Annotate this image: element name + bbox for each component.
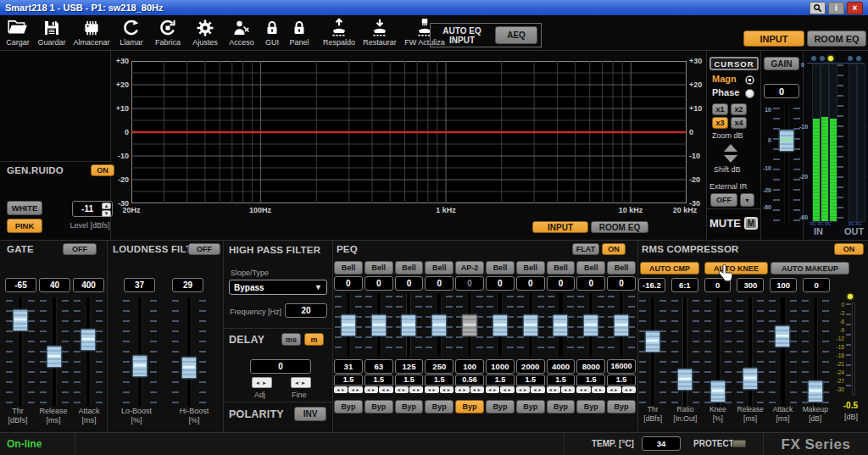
comp-thr-fader[interactable] — [638, 297, 667, 406]
peq-gain-field[interactable]: 0 — [364, 276, 393, 291]
shift-down-button[interactable] — [724, 155, 737, 163]
fader-thumb[interactable] — [522, 314, 538, 336]
peq-bypass-button[interactable]: Byp — [547, 400, 576, 413]
gain-value-field[interactable]: 0 — [764, 84, 799, 98]
peq-q-field[interactable]: 1.5 — [395, 375, 424, 386]
toolbar-item-ajustes[interactable]: Ajustes — [186, 17, 224, 47]
gate-thr-field[interactable]: -65 — [5, 278, 36, 292]
zoom-tool-button[interactable] — [810, 2, 826, 14]
comp-makeup-field[interactable]: 0 — [803, 278, 830, 292]
q-up-spinner[interactable]: ◄► — [561, 386, 575, 393]
q-up-spinner[interactable]: ◄► — [440, 386, 453, 393]
peq-band-fader[interactable] — [364, 293, 393, 356]
fader-thumb[interactable] — [81, 328, 97, 351]
q-down-spinner[interactable]: ◄► — [334, 386, 348, 393]
delay-m-button[interactable]: m — [304, 333, 324, 346]
peq-type-button[interactable]: AP-2 — [455, 261, 484, 275]
toolbar-item-cargar[interactable]: Cargar — [2, 17, 34, 47]
comp-attack-field[interactable]: 100 — [770, 278, 797, 292]
mute-button[interactable]: M — [744, 217, 758, 230]
polarity-inv-button[interactable]: INV — [294, 407, 326, 421]
auto-cmp-button[interactable]: AUTO CMP — [640, 262, 699, 275]
peq-gain-field[interactable]: 0 — [486, 276, 515, 291]
peq-gain-field[interactable]: 0 — [395, 276, 424, 291]
q-down-spinner[interactable]: ◄► — [547, 386, 560, 393]
peq-gain-field[interactable]: 0 — [455, 276, 484, 291]
delay-fine-spinner[interactable]: ◄► — [291, 377, 311, 388]
external-ir-off-button[interactable]: OFF — [710, 193, 737, 207]
noise-level-field[interactable]: -11 ▲ ▼ — [72, 201, 113, 217]
graph-room-eq-button[interactable]: ROOM EQ — [591, 221, 648, 233]
auto-knee-button[interactable]: AUTO KNEE — [704, 262, 768, 275]
peq-type-button[interactable]: Bell — [364, 261, 393, 275]
peq-bypass-button[interactable]: Byp — [516, 400, 545, 413]
fader-thumb[interactable] — [370, 314, 387, 336]
peq-freq-field[interactable]: 31 — [334, 359, 363, 374]
gain-fader[interactable] — [772, 105, 801, 224]
peq-type-button[interactable]: Bell — [547, 261, 576, 275]
zoom-x3-button[interactable]: x3 — [712, 117, 728, 129]
q-up-spinner[interactable]: ◄► — [500, 386, 514, 393]
peq-band-fader[interactable] — [395, 293, 424, 356]
q-up-spinner[interactable]: ◄► — [531, 386, 544, 393]
peq-type-button[interactable]: Bell — [607, 261, 636, 275]
toolbar-item-guardar[interactable]: Guardar — [34, 17, 70, 47]
peq-flat-button[interactable]: FLAT — [572, 243, 599, 255]
peq-type-button[interactable]: Bell — [516, 261, 545, 275]
eq-response-plot[interactable] — [131, 61, 687, 203]
loudness-lo-field[interactable]: 37 — [124, 278, 155, 292]
peq-type-button[interactable]: Bell — [334, 261, 363, 275]
auto-makeup-button[interactable]: AUTO MAKEUP — [771, 262, 849, 275]
gate-release-field[interactable]: 40 — [39, 278, 70, 292]
q-up-spinner[interactable]: ◄► — [622, 386, 636, 393]
fader-thumb[interactable] — [553, 314, 569, 336]
level-down-spinner[interactable]: ▼ — [102, 210, 111, 217]
peq-freq-field[interactable]: 4000 — [547, 359, 576, 374]
phase-radio[interactable] — [745, 89, 754, 98]
peq-freq-field[interactable]: 1000 — [486, 359, 515, 374]
fader-thumb[interactable] — [807, 380, 823, 403]
toolbar-item-panel[interactable]: Panel — [285, 17, 314, 47]
comp-knee-fader[interactable] — [704, 297, 732, 406]
peq-bypass-button[interactable]: Byp — [607, 400, 636, 413]
peq-bypass-button[interactable]: Byp — [486, 400, 515, 413]
fader-thumb[interactable] — [431, 314, 448, 336]
peq-type-button[interactable]: Bell — [425, 261, 453, 275]
delay-ms-button[interactable]: ms — [281, 333, 301, 346]
peq-freq-field[interactable]: 16000 — [607, 359, 636, 374]
peq-bypass-button[interactable]: Byp — [455, 400, 484, 413]
gate-off-button[interactable]: OFF — [63, 243, 97, 255]
peq-gain-field[interactable]: 0 — [334, 276, 363, 291]
peq-gain-field[interactable]: 0 — [576, 276, 605, 291]
q-up-spinner[interactable]: ◄► — [348, 386, 362, 393]
fader-thumb[interactable] — [462, 314, 478, 336]
hpf-freq-field[interactable]: 20 — [285, 303, 327, 318]
toolbar-item-acceso[interactable]: Acceso — [224, 17, 259, 47]
peq-q-field[interactable]: 1.5 — [425, 375, 453, 386]
fader-thumb[interactable] — [614, 314, 630, 336]
peq-gain-field[interactable]: 0 — [516, 276, 545, 291]
peq-band-fader[interactable] — [516, 293, 545, 356]
noise-on-button[interactable]: ON — [91, 164, 114, 176]
peq-gain-field[interactable]: 0 — [547, 276, 576, 291]
fader-thumb[interactable] — [492, 314, 508, 336]
comp-ratio-fader[interactable] — [670, 297, 699, 406]
toolbar-item-gui[interactable]: GUI — [259, 17, 285, 47]
peq-type-button[interactable]: Bell — [486, 261, 515, 275]
peq-freq-field[interactable]: 2000 — [516, 359, 545, 374]
level-up-spinner[interactable]: ▲ — [102, 203, 111, 209]
fader-thumb[interactable] — [132, 354, 148, 377]
peq-gain-field[interactable]: 0 — [425, 276, 453, 291]
q-down-spinner[interactable]: ◄► — [455, 386, 469, 393]
gate-attack-fader[interactable] — [73, 297, 103, 406]
pink-noise-button[interactable]: PINK — [7, 219, 42, 233]
q-up-spinner[interactable]: ◄► — [592, 386, 605, 393]
q-down-spinner[interactable]: ◄► — [425, 386, 438, 393]
delay-value-field[interactable]: 0 — [250, 359, 311, 374]
peq-freq-field[interactable]: 250 — [425, 359, 453, 374]
peq-band-fader[interactable] — [425, 293, 453, 356]
fader-thumb[interactable] — [340, 314, 356, 336]
zoom-x1-button[interactable]: x1 — [712, 103, 728, 115]
fader-thumb[interactable] — [779, 130, 795, 153]
q-down-spinner[interactable]: ◄► — [607, 386, 620, 393]
